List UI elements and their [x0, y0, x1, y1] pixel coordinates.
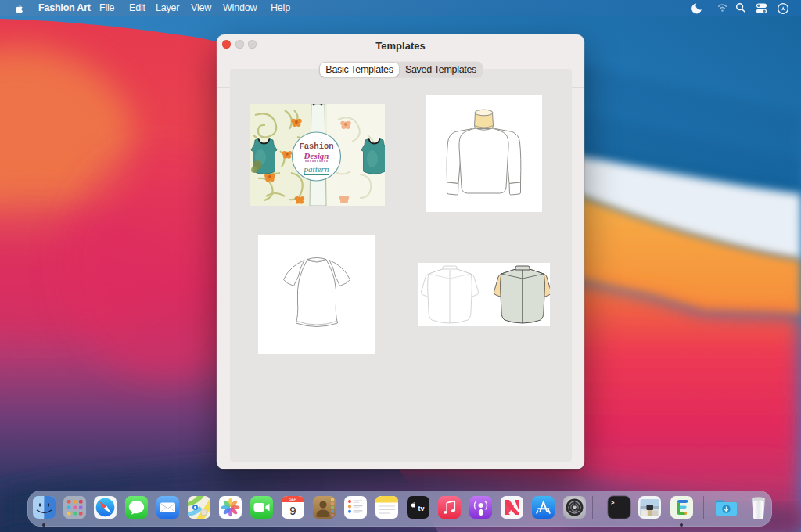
svg-text:tv: tv — [418, 505, 424, 512]
svg-text:>_: >_ — [611, 500, 619, 506]
svg-text:9: 9 — [289, 504, 296, 517]
svg-text:Design: Design — [304, 151, 329, 160]
svg-text:SEP: SEP — [289, 498, 296, 501]
svg-text:pattern: pattern — [304, 164, 329, 174]
svg-text:Fashion: Fashion — [299, 142, 333, 151]
